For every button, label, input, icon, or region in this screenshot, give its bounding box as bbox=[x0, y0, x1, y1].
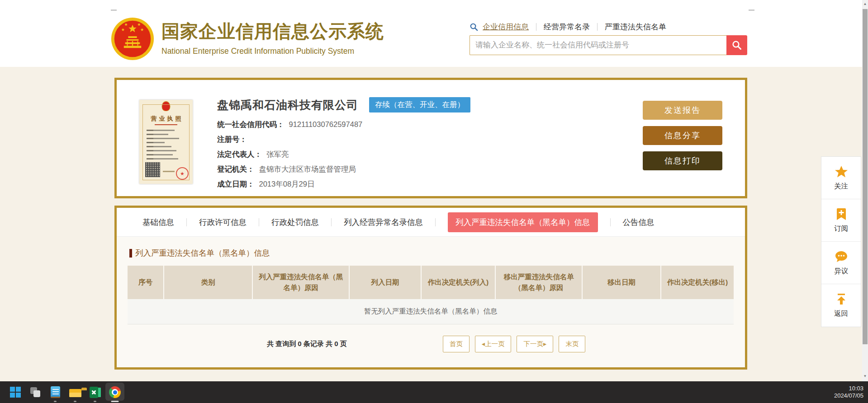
vertical-scrollbar[interactable]: ▲ ▼ bbox=[862, 0, 868, 381]
empty-message: 暂无列入严重违法失信名单（黑名单）信息 bbox=[128, 299, 734, 324]
col-removal-authority: 作出决定机关(移出) bbox=[661, 266, 734, 299]
side-item-label: 关注 bbox=[834, 182, 848, 191]
status-badge: 存续（在营、开业、在册） bbox=[369, 97, 470, 112]
license-qr-code bbox=[145, 162, 160, 177]
clock-date: 2024/07/05 bbox=[834, 392, 863, 399]
tab-bar: 基础信息 行政许可信息 行政处罚信息 列入经营异常名录信息 列入严重违法失信名单… bbox=[117, 208, 745, 237]
business-license-image: 营业执照 ★ bbox=[139, 100, 193, 184]
license-stamp-line bbox=[163, 171, 175, 172]
notepad-icon bbox=[51, 386, 60, 398]
bookmark-plus-icon bbox=[835, 207, 848, 221]
col-category: 类别 bbox=[164, 266, 252, 299]
last-page-button[interactable]: 末页 bbox=[559, 336, 585, 352]
search-button[interactable] bbox=[726, 35, 747, 55]
blacklist-table: 序号 类别 列入严重违法失信名单（黑名单）原因 列入日期 作出决定机关(列入) … bbox=[128, 266, 734, 324]
table-header-row: 序号 类别 列入严重违法失信名单（黑名单）原因 列入日期 作出决定机关(列入) … bbox=[128, 266, 734, 299]
record-count-summary: 共 查询到 0 条记录 共 0 页 bbox=[267, 340, 347, 348]
page-background: 营业执照 ★ 盘锦禹和石油科技有限公司 存续（在营、开业、在册） 统一社会信用代… bbox=[0, 67, 868, 381]
field-legal-representative: 法定代表人： 张军亮 bbox=[217, 147, 362, 162]
side-item-label: 订阅 bbox=[834, 224, 848, 234]
print-info-button[interactable]: 信息打印 bbox=[643, 151, 722, 170]
divider bbox=[435, 218, 436, 226]
chat-dots-icon bbox=[835, 250, 848, 263]
side-item-label: 返回 bbox=[834, 309, 848, 319]
artifact-dash bbox=[749, 9, 754, 11]
field-registration-authority: 登记机关： 盘锦市大洼区市场监督管理局 bbox=[217, 162, 362, 177]
company-summary-card: 营业执照 ★ 盘锦禹和石油科技有限公司 存续（在营、开业、在册） 统一社会信用代… bbox=[114, 78, 747, 198]
side-item-label: 异议 bbox=[834, 267, 848, 276]
follow-button[interactable]: 关注 bbox=[821, 157, 861, 199]
site-subtitle: National Enterprise Credit Information P… bbox=[161, 47, 384, 56]
site-header: 国家企业信用信息公示系统 National Enterprise Credit … bbox=[0, 0, 868, 67]
running-indicator bbox=[94, 401, 96, 402]
windows-taskbar: 10:03 2024/07/05 bbox=[0, 381, 868, 403]
license-red-seal: ★ bbox=[176, 167, 189, 180]
chrome-taskbar-button[interactable] bbox=[105, 381, 125, 403]
back-to-top-button[interactable]: 返回 bbox=[821, 284, 861, 327]
divider bbox=[331, 218, 332, 226]
scroll-down-arrow[interactable]: ▼ bbox=[862, 374, 868, 379]
site-title: 国家企业信用信息公示系统 bbox=[161, 19, 384, 44]
license-subtitle-line bbox=[155, 124, 177, 125]
table-empty-row: 暂无列入严重违法失信名单（黑名单）信息 bbox=[128, 299, 734, 324]
search-input[interactable] bbox=[470, 35, 726, 55]
active-running-indicator bbox=[111, 401, 119, 402]
field-establishment-date: 成立日期： 2013年08月29日 bbox=[217, 177, 362, 192]
dispute-button[interactable]: 异议 bbox=[821, 242, 861, 284]
col-inclusion-authority: 作出决定机关(列入) bbox=[421, 266, 496, 299]
first-page-button[interactable]: 首页 bbox=[443, 336, 470, 352]
tab-administrative-penalty[interactable]: 行政处罚信息 bbox=[271, 217, 319, 228]
prev-page-button[interactable]: ◂上一页 bbox=[475, 336, 512, 352]
share-info-button[interactable]: 信息分享 bbox=[643, 126, 722, 145]
col-inclusion-reason: 列入严重违法失信名单（黑名单）原因 bbox=[252, 266, 349, 299]
tab-administrative-licensing[interactable]: 行政许可信息 bbox=[199, 217, 247, 228]
notepad-taskbar-button[interactable] bbox=[45, 381, 65, 403]
search-type-nav: 企业信用信息 经营异常名录 严重违法失信名单 bbox=[470, 22, 666, 32]
next-page-button[interactable]: 下一页▸ bbox=[517, 336, 553, 352]
tab-announcements[interactable]: 公告信息 bbox=[623, 217, 655, 228]
scrollbar-thumb[interactable] bbox=[863, 9, 868, 344]
task-view-button[interactable] bbox=[25, 381, 45, 403]
start-button[interactable] bbox=[5, 381, 25, 403]
excel-icon bbox=[90, 387, 101, 398]
divider bbox=[597, 23, 598, 31]
task-view-icon bbox=[30, 387, 41, 398]
col-inclusion-date: 列入日期 bbox=[349, 266, 421, 299]
national-emblem-icon bbox=[111, 17, 154, 61]
running-indicator bbox=[54, 401, 57, 402]
nav-serious-violations[interactable]: 严重违法失信名单 bbox=[605, 22, 666, 32]
license-title: 营业执照 bbox=[139, 115, 193, 123]
tab-content: 列入严重违法失信名单（黑名单）信息 序号 类别 列入严重违法失信名单（黑名单）原… bbox=[117, 237, 745, 367]
tab-abnormal-operations[interactable]: 列入经营异常名录信息 bbox=[344, 217, 423, 228]
folder-icon bbox=[69, 388, 81, 397]
windows-logo-icon bbox=[10, 387, 21, 398]
divider bbox=[186, 218, 187, 226]
scroll-up-arrow[interactable]: ▲ bbox=[862, 2, 868, 6]
artifact-dash bbox=[111, 9, 117, 11]
divider bbox=[536, 23, 536, 31]
field-credit-code: 统一社会信用代码： 912111030762597487 bbox=[217, 117, 362, 132]
nav-enterprise-credit[interactable]: 企业信用信息 bbox=[483, 22, 529, 32]
col-serial-no: 序号 bbox=[128, 266, 164, 299]
file-explorer-taskbar-button[interactable] bbox=[65, 381, 85, 403]
pagination: 共 查询到 0 条记录 共 0 页 首页 ◂上一页 下一页▸ 末页 bbox=[128, 336, 734, 352]
nav-abnormal-operations[interactable]: 经营异常名录 bbox=[544, 22, 590, 32]
star-icon bbox=[835, 165, 848, 178]
section-title: 列入严重违法失信名单（黑名单）信息 bbox=[129, 248, 745, 258]
detail-card: 基础信息 行政许可信息 行政处罚信息 列入经营异常名录信息 列入严重违法失信名单… bbox=[114, 206, 747, 370]
send-report-button[interactable]: 发送报告 bbox=[643, 101, 722, 120]
search-icon bbox=[470, 23, 478, 31]
tab-basic-info[interactable]: 基础信息 bbox=[142, 217, 174, 228]
search-bar bbox=[470, 35, 747, 55]
company-actions: 发送报告 信息分享 信息打印 bbox=[643, 101, 722, 170]
field-registration-no: 注册号： bbox=[217, 132, 362, 147]
divider bbox=[610, 218, 611, 226]
clock-time: 10:03 bbox=[834, 385, 863, 392]
tab-blacklist[interactable]: 列入严重违法失信名单（黑名单）信息 bbox=[448, 212, 598, 232]
taskbar-clock[interactable]: 10:03 2024/07/05 bbox=[834, 385, 863, 399]
excel-taskbar-button[interactable] bbox=[85, 381, 105, 403]
col-removal-date: 移出日期 bbox=[582, 266, 661, 299]
subscribe-button[interactable]: 订阅 bbox=[821, 199, 861, 242]
divider bbox=[259, 218, 259, 226]
floating-side-toolbar: 关注 订阅 异议 返回 bbox=[821, 156, 861, 327]
